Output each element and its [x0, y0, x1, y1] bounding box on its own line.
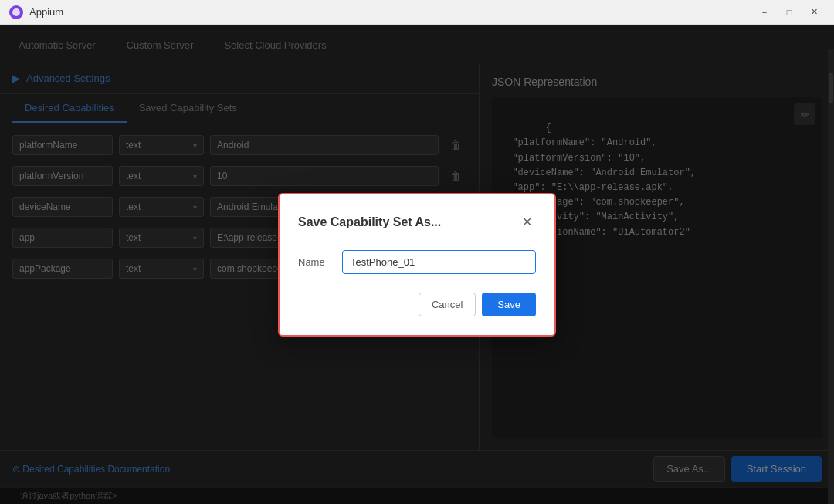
modal-close-button[interactable]: ✕ [517, 213, 536, 232]
app-title: Appium [29, 6, 748, 18]
modal-name-input[interactable] [342, 250, 536, 274]
save-capability-modal: Save Capability Set As... ✕ Name Cancel … [278, 193, 556, 337]
modal-cancel-button[interactable]: Cancel [419, 293, 476, 316]
title-bar: Appium − □ ✕ [0, 0, 834, 25]
modal-overlay: Save Capability Set As... ✕ Name Cancel … [0, 25, 834, 504]
minimize-button[interactable]: − [754, 4, 775, 21]
modal-title: Save Capability Set As... [298, 215, 441, 229]
modal-form: Name [298, 250, 536, 274]
maximize-button[interactable]: □ [778, 4, 800, 21]
modal-header: Save Capability Set As... ✕ [298, 213, 536, 232]
modal-save-button[interactable]: Save [482, 293, 536, 316]
svg-point-0 [12, 8, 20, 16]
close-button[interactable]: ✕ [803, 4, 825, 21]
modal-actions: Cancel Save [298, 293, 536, 316]
modal-name-label: Name [298, 256, 333, 268]
app-body: Automatic Server Custom Server Select Cl… [0, 25, 834, 504]
window-controls: − □ ✕ [754, 4, 825, 21]
app-icon [9, 5, 23, 19]
